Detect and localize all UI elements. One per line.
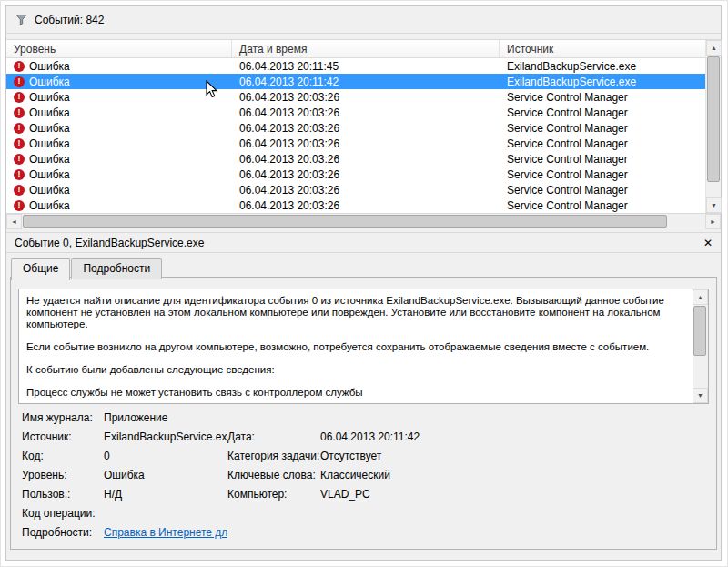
field-value: VLAD_PC	[320, 489, 703, 501]
scroll-up-button[interactable]: ▲	[693, 289, 708, 305]
error-icon: !	[14, 92, 25, 103]
event-datetime-cell: 06.04.2013 20:03:26	[232, 91, 500, 104]
event-row[interactable]: !Ошибка06.04.2013 20:03:26Service Contro…	[6, 151, 705, 167]
description-scrollbar[interactable]: ▲ ▼	[693, 289, 708, 403]
error-icon: !	[14, 200, 25, 211]
event-level-label: Ошибка	[29, 60, 70, 73]
event-row[interactable]: !Ошибка06.04.2013 20:03:26Service Contro…	[6, 197, 705, 213]
event-source-cell: Service Control Manager	[500, 122, 705, 135]
event-source-cell: Service Control Manager	[500, 199, 705, 212]
event-row[interactable]: !Ошибка06.04.2013 20:03:26Service Contro…	[6, 105, 705, 120]
event-row[interactable]: !Ошибка06.04.2013 20:03:26Service Contro…	[6, 89, 705, 105]
event-row[interactable]: !Ошибка06.04.2013 20:11:42ExilandBackupS…	[6, 74, 705, 89]
field-label: Дата:	[228, 431, 320, 443]
field-value: 0	[104, 451, 228, 462]
event-level-cell: !Ошибка	[6, 106, 232, 119]
event-level-cell: !Ошибка	[6, 91, 232, 104]
events-table: Уровень Дата и время Источник !Ошибка06.…	[6, 39, 721, 214]
event-source-cell: Service Control Manager	[500, 137, 705, 150]
events-header-bar: Событий: 842	[6, 6, 721, 34]
tab-details[interactable]: Подробности	[71, 258, 162, 279]
event-level-label: Ошибка	[29, 153, 70, 166]
field-label: Компьютер:	[228, 489, 320, 501]
scroll-down-button[interactable]: ▼	[693, 388, 708, 403]
error-icon: !	[14, 123, 25, 134]
event-source-cell: ExilandBackupService.exe	[500, 76, 705, 88]
help-link[interactable]: Справка в Интернете для	[104, 527, 228, 539]
table-scroll-thumb[interactable]	[707, 56, 720, 182]
error-icon: !	[14, 154, 25, 165]
description-paragraph: К событию были добавлены следующие сведе…	[26, 364, 687, 376]
field-label: Подробности:	[22, 527, 104, 539]
event-datetime-cell: 06.04.2013 20:03:26	[232, 106, 500, 119]
event-level-cell: !Ошибка	[6, 153, 232, 166]
error-icon: !	[14, 185, 25, 196]
scroll-left-button[interactable]: ◄	[6, 214, 22, 229]
error-icon: !	[14, 169, 25, 180]
event-row[interactable]: !Ошибка06.04.2013 20:03:26Service Contro…	[6, 136, 705, 151]
event-level-label: Ошибка	[29, 76, 70, 88]
description-paragraph: Если событие возникло на другом компьюте…	[26, 341, 687, 353]
event-level-label: Ошибка	[29, 137, 70, 150]
event-level-label: Ошибка	[29, 91, 70, 104]
event-source-cell: Service Control Manager	[500, 168, 705, 181]
event-row[interactable]: !Ошибка06.04.2013 20:03:26Service Contro…	[6, 182, 705, 197]
event-level-cell: !Ошибка	[6, 122, 232, 135]
event-source-cell: Service Control Manager	[500, 106, 705, 119]
field-value: Приложение	[104, 412, 228, 424]
description-paragraph: Процесс службы не может установить связь…	[26, 387, 687, 399]
field-label: Имя журнала:	[22, 412, 104, 424]
event-row[interactable]: !Ошибка06.04.2013 20:03:26Service Contro…	[6, 167, 705, 182]
description-scroll-thumb[interactable]	[693, 306, 706, 356]
scroll-right-button[interactable]: ►	[705, 214, 721, 229]
field-label: Пользов.:	[22, 489, 104, 501]
event-datetime-cell: 06.04.2013 20:11:42	[232, 76, 500, 88]
event-level-label: Ошибка	[29, 199, 70, 212]
field-label: Уровень:	[22, 470, 104, 481]
field-value: Н/Д	[104, 489, 228, 501]
description-paragraph: Не удается найти описание для идентифика…	[26, 295, 687, 330]
event-source-cell: Service Control Manager	[500, 184, 705, 197]
field-value: 06.04.2013 20:11:42	[320, 431, 703, 443]
event-level-cell: !Ошибка	[6, 76, 232, 88]
column-header-level[interactable]: Уровень	[6, 40, 232, 57]
event-level-cell: !Ошибка	[6, 168, 232, 181]
event-row[interactable]: !Ошибка06.04.2013 20:11:45ExilandBackupS…	[6, 58, 705, 74]
event-description-box: Не удается найти описание для идентифика…	[18, 289, 709, 404]
column-header-datetime[interactable]: Дата и время	[232, 40, 500, 57]
close-icon[interactable]: ✕	[703, 238, 713, 248]
event-datetime-cell: 06.04.2013 20:03:26	[232, 168, 500, 181]
error-icon: !	[14, 61, 25, 72]
event-datetime-cell: 06.04.2013 20:03:26	[232, 137, 500, 150]
field-label: Код операции:	[22, 508, 104, 520]
table-vertical-scrollbar[interactable]: ▲ ▼	[705, 40, 721, 213]
event-level-label: Ошибка	[29, 122, 70, 135]
detail-tabs: ОбщиеПодробности	[11, 258, 162, 279]
field-value: ExilandBackupService.exe	[104, 431, 228, 443]
event-viewer-panel: Событий: 842 Уровень Дата и время Источн…	[5, 5, 722, 561]
filter-icon[interactable]	[15, 14, 27, 25]
event-description: Не удается найти описание для идентифика…	[19, 289, 693, 403]
event-row[interactable]: !Ошибка06.04.2013 20:03:26Service Contro…	[6, 120, 705, 136]
general-tab-panel: Не удается найти описание для идентифика…	[10, 277, 717, 550]
event-source-cell: Service Control Manager	[500, 91, 705, 104]
events-count-label: Событий: 842	[35, 14, 104, 26]
scroll-down-button[interactable]: ▼	[706, 197, 722, 213]
field-label: Код:	[22, 451, 104, 462]
detail-title: Событие 0, ExilandBackupService.exe	[15, 237, 204, 249]
event-fields: Имя журнала:ПриложениеИсточник:ExilandBa…	[22, 412, 703, 539]
event-level-label: Ошибка	[29, 106, 70, 119]
event-datetime-cell: 06.04.2013 20:03:26	[232, 199, 500, 212]
event-datetime-cell: 06.04.2013 20:03:26	[232, 184, 500, 197]
horizontal-scroll-thumb[interactable]	[23, 215, 667, 228]
event-level-cell: !Ошибка	[6, 137, 232, 150]
scroll-up-button[interactable]: ▲	[706, 40, 722, 56]
tab-general[interactable]: Общие	[11, 258, 70, 280]
field-label: Категория задачи:	[228, 451, 320, 462]
field-label: Источник:	[22, 431, 104, 443]
event-datetime-cell: 06.04.2013 20:03:26	[232, 153, 500, 166]
column-header-source[interactable]: Источник	[500, 40, 705, 57]
table-horizontal-scrollbar[interactable]: ◄ ►	[6, 214, 721, 229]
field-value: Классический	[320, 470, 703, 481]
field-value: Отсутствует	[320, 451, 703, 462]
